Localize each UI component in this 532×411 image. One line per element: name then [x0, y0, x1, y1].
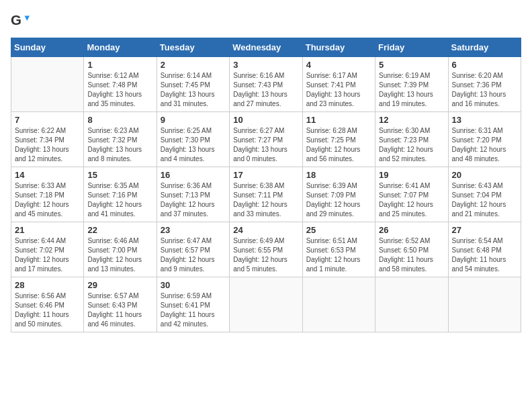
cell-text: and 31 minutes.	[161, 99, 226, 109]
day-number: 10	[233, 115, 298, 125]
calendar-cell: 14Sunrise: 6:33 AMSunset: 7:18 PMDayligh…	[11, 167, 84, 222]
svg-text:G: G	[11, 12, 21, 28]
cell-text: Sunset: 7:45 PM	[161, 81, 226, 90]
cell-text: Daylight: 13 hours	[87, 90, 152, 99]
calendar-cell: 4Sunrise: 6:17 AMSunset: 7:41 PMDaylight…	[302, 57, 375, 112]
cell-text: and 27 minutes.	[233, 99, 298, 109]
cell-text: and 21 minutes.	[452, 210, 517, 219]
calendar-cell: 8Sunrise: 6:23 AMSunset: 7:32 PMDaylight…	[84, 112, 157, 167]
cell-text: Sunset: 7:41 PM	[306, 81, 371, 90]
calendar-cell: 23Sunrise: 6:47 AMSunset: 6:57 PMDayligh…	[157, 222, 229, 277]
day-number: 29	[87, 280, 152, 290]
calendar-week-row: 28Sunrise: 6:56 AMSunset: 6:46 PMDayligh…	[11, 277, 521, 332]
calendar-cell: 29Sunrise: 6:57 AMSunset: 6:43 PMDayligh…	[84, 277, 157, 332]
cell-text: and 4 minutes.	[161, 154, 226, 164]
day-number: 18	[306, 170, 371, 180]
day-number: 9	[161, 115, 226, 125]
day-number: 22	[87, 225, 152, 235]
calendar-cell: 11Sunrise: 6:28 AMSunset: 7:25 PMDayligh…	[302, 112, 375, 167]
calendar-header-friday: Friday	[375, 38, 448, 57]
day-number: 8	[87, 115, 152, 125]
cell-text: and 13 minutes.	[87, 265, 152, 274]
calendar-cell: 27Sunrise: 6:54 AMSunset: 6:48 PMDayligh…	[448, 222, 521, 277]
cell-text: Daylight: 11 hours	[161, 310, 226, 320]
cell-text: Sunset: 7:11 PM	[233, 191, 298, 200]
logo: G	[11, 11, 31, 30]
cell-text: Sunrise: 6:25 AM	[161, 126, 226, 136]
day-number: 6	[452, 60, 517, 70]
calendar-cell: 17Sunrise: 6:38 AMSunset: 7:11 PMDayligh…	[230, 167, 302, 222]
cell-text: Sunrise: 6:54 AM	[452, 236, 517, 246]
cell-text: Daylight: 12 hours	[233, 255, 298, 265]
cell-text: Daylight: 13 hours	[87, 145, 152, 154]
calendar-cell: 24Sunrise: 6:49 AMSunset: 6:55 PMDayligh…	[230, 222, 302, 277]
cell-text: Sunset: 6:57 PM	[161, 246, 226, 255]
day-number: 12	[379, 115, 444, 125]
cell-text: Sunrise: 6:46 AM	[87, 236, 152, 246]
cell-text: Daylight: 13 hours	[161, 90, 226, 99]
cell-text: Daylight: 13 hours	[233, 145, 298, 154]
page-header: G	[11, 11, 521, 30]
cell-text: and 50 minutes.	[15, 320, 80, 329]
day-number: 19	[379, 170, 444, 180]
svg-marker-1	[25, 15, 30, 20]
calendar-cell: 25Sunrise: 6:51 AMSunset: 6:53 PMDayligh…	[302, 222, 375, 277]
calendar-cell: 9Sunrise: 6:25 AMSunset: 7:30 PMDaylight…	[157, 112, 229, 167]
cell-text: Daylight: 12 hours	[306, 255, 371, 265]
cell-text: Sunrise: 6:57 AM	[87, 291, 152, 301]
calendar-cell: 26Sunrise: 6:52 AMSunset: 6:50 PMDayligh…	[375, 222, 448, 277]
cell-text: Sunset: 7:32 PM	[87, 136, 152, 145]
calendar-cell	[375, 277, 448, 332]
day-number: 20	[452, 170, 517, 180]
day-number: 17	[233, 170, 298, 180]
calendar-cell: 19Sunrise: 6:41 AMSunset: 7:07 PMDayligh…	[375, 167, 448, 222]
cell-text: Sunset: 7:00 PM	[87, 246, 152, 255]
cell-text: Daylight: 12 hours	[233, 200, 298, 210]
cell-text: and 52 minutes.	[379, 154, 444, 164]
calendar-cell: 3Sunrise: 6:16 AMSunset: 7:43 PMDaylight…	[230, 57, 302, 112]
day-number: 16	[161, 170, 226, 180]
cell-text: Sunset: 6:53 PM	[306, 246, 371, 255]
cell-text: Daylight: 13 hours	[306, 90, 371, 99]
calendar-cell: 16Sunrise: 6:36 AMSunset: 7:13 PMDayligh…	[157, 167, 229, 222]
calendar-cell: 1Sunrise: 6:12 AMSunset: 7:48 PMDaylight…	[84, 57, 157, 112]
cell-text: Daylight: 12 hours	[306, 200, 371, 210]
day-number: 13	[452, 115, 517, 125]
cell-text: Sunset: 7:16 PM	[87, 191, 152, 200]
cell-text: Sunset: 7:04 PM	[452, 191, 517, 200]
cell-text: Sunrise: 6:51 AM	[306, 236, 371, 246]
cell-text: Sunset: 7:34 PM	[15, 136, 80, 145]
cell-text: Daylight: 13 hours	[161, 145, 226, 154]
cell-text: Daylight: 12 hours	[452, 145, 517, 154]
day-number: 15	[87, 170, 152, 180]
cell-text: Sunrise: 6:20 AM	[452, 71, 517, 81]
calendar-cell: 21Sunrise: 6:44 AMSunset: 7:02 PMDayligh…	[11, 222, 84, 277]
calendar-cell: 10Sunrise: 6:27 AMSunset: 7:27 PMDayligh…	[230, 112, 302, 167]
day-number: 2	[161, 60, 226, 70]
cell-text: Sunrise: 6:36 AM	[161, 181, 226, 191]
cell-text: Sunset: 7:30 PM	[161, 136, 226, 145]
cell-text: and 46 minutes.	[87, 320, 152, 329]
cell-text: Daylight: 12 hours	[87, 200, 152, 210]
calendar-cell: 6Sunrise: 6:20 AMSunset: 7:36 PMDaylight…	[448, 57, 521, 112]
cell-text: Sunrise: 6:23 AM	[87, 126, 152, 136]
cell-text: Sunset: 6:48 PM	[452, 246, 517, 255]
cell-text: and 16 minutes.	[452, 99, 517, 109]
cell-text: Daylight: 13 hours	[379, 90, 444, 99]
cell-text: and 48 minutes.	[452, 154, 517, 164]
cell-text: Sunset: 7:20 PM	[452, 136, 517, 145]
cell-text: Daylight: 11 hours	[15, 310, 80, 320]
cell-text: Daylight: 12 hours	[15, 255, 80, 265]
cell-text: Sunrise: 6:33 AM	[15, 181, 80, 191]
calendar-cell	[230, 277, 302, 332]
day-number: 7	[15, 115, 80, 125]
cell-text: Sunset: 7:25 PM	[306, 136, 371, 145]
cell-text: and 37 minutes.	[161, 210, 226, 219]
cell-text: Sunset: 7:18 PM	[15, 191, 80, 200]
calendar-header-tuesday: Tuesday	[157, 38, 229, 57]
calendar-cell: 18Sunrise: 6:39 AMSunset: 7:09 PMDayligh…	[302, 167, 375, 222]
cell-text: and 29 minutes.	[306, 210, 371, 219]
cell-text: Sunset: 6:55 PM	[233, 246, 298, 255]
cell-text: Sunset: 6:43 PM	[87, 301, 152, 310]
cell-text: Daylight: 12 hours	[379, 145, 444, 154]
